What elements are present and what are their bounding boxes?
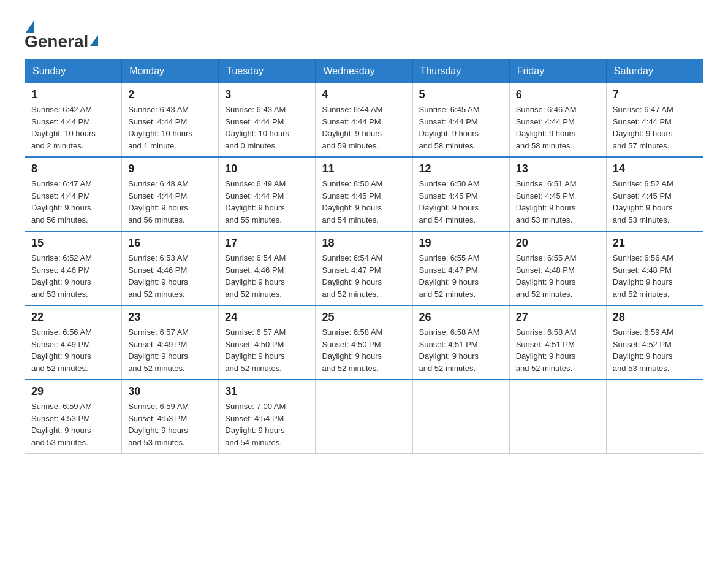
day-number: 2 — [128, 88, 212, 101]
header-monday: Monday — [122, 59, 219, 83]
calendar-cell-31: 31 Sunrise: 7:00 AM Sunset: 4:54 PM Dayl… — [219, 380, 316, 454]
logo-arrow-icon — [90, 35, 98, 46]
day-info: Sunrise: 6:57 AM Sunset: 4:49 PM Dayligh… — [128, 326, 212, 374]
calendar-cell-2: 2 Sunrise: 6:43 AM Sunset: 4:44 PM Dayli… — [122, 83, 219, 158]
day-info: Sunrise: 6:48 AM Sunset: 4:44 PM Dayligh… — [128, 178, 212, 226]
calendar-cell-19: 19 Sunrise: 6:55 AM Sunset: 4:47 PM Dayl… — [412, 231, 509, 305]
calendar-cell-27: 27 Sunrise: 6:58 AM Sunset: 4:51 PM Dayl… — [509, 305, 606, 380]
day-info: Sunrise: 7:00 AM Sunset: 4:54 PM Dayligh… — [225, 400, 309, 448]
day-info: Sunrise: 6:42 AM Sunset: 4:44 PM Dayligh… — [31, 104, 115, 151]
header-wednesday: Wednesday — [316, 59, 412, 83]
day-info: Sunrise: 6:57 AM Sunset: 4:50 PM Dayligh… — [225, 326, 309, 374]
day-number: 10 — [225, 163, 309, 175]
calendar-cell-4: 4 Sunrise: 6:44 AM Sunset: 4:44 PM Dayli… — [316, 83, 412, 158]
day-info: Sunrise: 6:53 AM Sunset: 4:46 PM Dayligh… — [128, 252, 212, 300]
calendar-cell-10: 10 Sunrise: 6:49 AM Sunset: 4:44 PM Dayl… — [219, 157, 316, 231]
calendar-cell-8: 8 Sunrise: 6:47 AM Sunset: 4:44 PM Dayli… — [25, 157, 122, 231]
calendar-cell-empty — [606, 380, 703, 454]
calendar-cell-empty — [412, 380, 509, 454]
day-number: 22 — [31, 311, 115, 324]
day-number: 28 — [613, 311, 697, 324]
logo-triangle-icon — [26, 20, 34, 33]
day-info: Sunrise: 6:56 AM Sunset: 4:48 PM Dayligh… — [613, 252, 697, 300]
day-info: Sunrise: 6:43 AM Sunset: 4:44 PM Dayligh… — [128, 104, 212, 151]
calendar-cell-22: 22 Sunrise: 6:56 AM Sunset: 4:49 PM Dayl… — [25, 305, 122, 380]
day-info: Sunrise: 6:49 AM Sunset: 4:44 PM Dayligh… — [225, 178, 309, 226]
calendar-cell-3: 3 Sunrise: 6:43 AM Sunset: 4:44 PM Dayli… — [219, 83, 316, 158]
day-number: 17 — [225, 237, 309, 250]
header-thursday: Thursday — [412, 59, 509, 83]
day-number: 6 — [516, 88, 600, 101]
day-number: 8 — [31, 163, 115, 175]
day-info: Sunrise: 6:43 AM Sunset: 4:44 PM Dayligh… — [225, 104, 309, 151]
day-number: 26 — [419, 311, 503, 324]
day-info: Sunrise: 6:51 AM Sunset: 4:45 PM Dayligh… — [516, 178, 600, 226]
calendar-cell-9: 9 Sunrise: 6:48 AM Sunset: 4:44 PM Dayli… — [122, 157, 219, 231]
day-number: 9 — [128, 163, 212, 175]
calendar-cell-20: 20 Sunrise: 6:55 AM Sunset: 4:48 PM Dayl… — [509, 231, 606, 305]
day-info: Sunrise: 6:45 AM Sunset: 4:44 PM Dayligh… — [419, 104, 503, 151]
day-number: 30 — [128, 385, 212, 398]
day-number: 25 — [322, 311, 406, 324]
calendar-cell-empty — [509, 380, 606, 454]
calendar-cell-6: 6 Sunrise: 6:46 AM Sunset: 4:44 PM Dayli… — [509, 83, 606, 158]
day-info: Sunrise: 6:56 AM Sunset: 4:49 PM Dayligh… — [31, 326, 115, 374]
header-saturday: Saturday — [606, 59, 703, 83]
day-number: 21 — [613, 237, 697, 250]
day-number: 3 — [225, 88, 309, 101]
calendar-cell-14: 14 Sunrise: 6:52 AM Sunset: 4:45 PM Dayl… — [606, 157, 703, 231]
day-number: 27 — [516, 311, 600, 324]
day-number: 7 — [613, 88, 697, 101]
day-number: 1 — [31, 88, 115, 101]
day-number: 12 — [419, 163, 503, 175]
day-info: Sunrise: 6:50 AM Sunset: 4:45 PM Dayligh… — [419, 178, 503, 226]
day-info: Sunrise: 6:54 AM Sunset: 4:46 PM Dayligh… — [225, 252, 309, 300]
day-number: 24 — [225, 311, 309, 324]
calendar-cell-7: 7 Sunrise: 6:47 AM Sunset: 4:44 PM Dayli… — [606, 83, 703, 158]
calendar-cell-24: 24 Sunrise: 6:57 AM Sunset: 4:50 PM Dayl… — [219, 305, 316, 380]
header-sunday: Sunday — [25, 59, 122, 83]
page-header: General — [25, 18, 703, 47]
day-number: 5 — [419, 88, 503, 101]
calendar-cell-29: 29 Sunrise: 6:59 AM Sunset: 4:53 PM Dayl… — [25, 380, 122, 454]
day-info: Sunrise: 6:58 AM Sunset: 4:51 PM Dayligh… — [516, 326, 600, 374]
day-number: 18 — [322, 237, 406, 250]
day-info: Sunrise: 6:54 AM Sunset: 4:47 PM Dayligh… — [322, 252, 406, 300]
day-number: 29 — [31, 385, 115, 398]
header-friday: Friday — [509, 59, 606, 83]
day-number: 16 — [128, 237, 212, 250]
day-info: Sunrise: 6:59 AM Sunset: 4:52 PM Dayligh… — [613, 326, 697, 374]
day-info: Sunrise: 6:59 AM Sunset: 4:53 PM Dayligh… — [128, 400, 212, 448]
day-number: 11 — [322, 163, 406, 175]
calendar-cell-5: 5 Sunrise: 6:45 AM Sunset: 4:44 PM Dayli… — [412, 83, 509, 158]
day-info: Sunrise: 6:46 AM Sunset: 4:44 PM Dayligh… — [516, 104, 600, 151]
calendar-cell-28: 28 Sunrise: 6:59 AM Sunset: 4:52 PM Dayl… — [606, 305, 703, 380]
logo-general2: General — [25, 32, 88, 52]
day-info: Sunrise: 6:50 AM Sunset: 4:45 PM Dayligh… — [322, 178, 406, 226]
day-number: 15 — [31, 237, 115, 250]
day-info: Sunrise: 6:55 AM Sunset: 4:48 PM Dayligh… — [516, 252, 600, 300]
calendar-cell-30: 30 Sunrise: 6:59 AM Sunset: 4:53 PM Dayl… — [122, 380, 219, 454]
day-info: Sunrise: 6:59 AM Sunset: 4:53 PM Dayligh… — [31, 400, 115, 448]
calendar-cell-18: 18 Sunrise: 6:54 AM Sunset: 4:47 PM Dayl… — [316, 231, 412, 305]
day-number: 14 — [613, 163, 697, 175]
day-info: Sunrise: 6:52 AM Sunset: 4:46 PM Dayligh… — [31, 252, 115, 300]
logo: General — [25, 18, 99, 47]
header-tuesday: Tuesday — [219, 59, 316, 83]
day-info: Sunrise: 6:47 AM Sunset: 4:44 PM Dayligh… — [31, 178, 115, 226]
calendar-header-row: SundayMondayTuesdayWednesdayThursdayFrid… — [25, 59, 703, 83]
day-number: 19 — [419, 237, 503, 250]
calendar-cell-12: 12 Sunrise: 6:50 AM Sunset: 4:45 PM Dayl… — [412, 157, 509, 231]
day-info: Sunrise: 6:52 AM Sunset: 4:45 PM Dayligh… — [613, 178, 697, 226]
calendar-cell-15: 15 Sunrise: 6:52 AM Sunset: 4:46 PM Dayl… — [25, 231, 122, 305]
day-info: Sunrise: 6:55 AM Sunset: 4:47 PM Dayligh… — [419, 252, 503, 300]
calendar-cell-17: 17 Sunrise: 6:54 AM Sunset: 4:46 PM Dayl… — [219, 231, 316, 305]
day-number: 23 — [128, 311, 212, 324]
calendar-cell-26: 26 Sunrise: 6:58 AM Sunset: 4:51 PM Dayl… — [412, 305, 509, 380]
calendar-cell-13: 13 Sunrise: 6:51 AM Sunset: 4:45 PM Dayl… — [509, 157, 606, 231]
calendar-cell-16: 16 Sunrise: 6:53 AM Sunset: 4:46 PM Dayl… — [122, 231, 219, 305]
day-number: 13 — [516, 163, 600, 175]
calendar-table: SundayMondayTuesdayWednesdayThursdayFrid… — [25, 59, 703, 454]
day-info: Sunrise: 6:58 AM Sunset: 4:50 PM Dayligh… — [322, 326, 406, 374]
day-info: Sunrise: 6:47 AM Sunset: 4:44 PM Dayligh… — [613, 104, 697, 151]
